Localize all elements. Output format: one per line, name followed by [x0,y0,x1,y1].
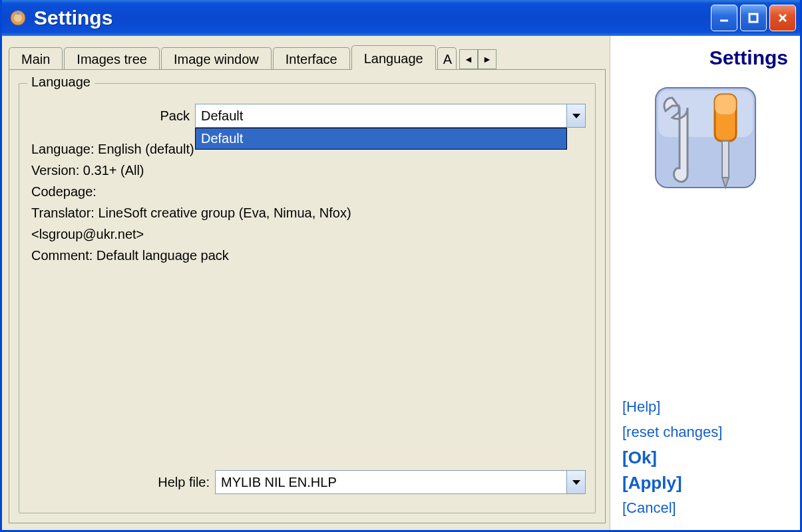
pack-combo: Default Default [195,104,586,128]
pack-combo-box[interactable]: Default [195,104,586,128]
tab-interface[interactable]: Interface [273,47,350,70]
pack-option-default[interactable]: Default [196,128,566,149]
side-panel: Settings [610,36,800,530]
reset-changes-link[interactable]: [reset changes] [622,421,788,444]
settings-tools-icon [649,81,762,198]
triangle-left-icon: ◄ [464,54,473,65]
close-button[interactable] [769,5,796,31]
help-link[interactable]: [Help] [622,396,788,418]
tab-main[interactable]: Main [9,47,63,70]
fieldset-legend: Language [27,74,95,90]
svg-rect-11 [722,141,729,178]
tab-scroll-left[interactable]: ◄ [459,49,478,69]
maximize-button[interactable] [740,5,767,31]
side-title: Settings [622,47,788,69]
svg-point-1 [14,14,22,22]
tabs-row: Main Images tree Image window Interface … [9,43,606,69]
tab-images-tree[interactable]: Images tree [64,47,160,70]
tab-scroll-right[interactable]: ► [478,49,497,69]
side-links: [Help] [reset changes] [Ok] [Apply] [Can… [622,396,788,519]
content-area: Main Images tree Image window Interface … [2,36,800,530]
tab-partial[interactable]: A [437,47,457,70]
info-comment: Comment: Default language pack [31,245,583,266]
side-spacer [622,204,788,396]
pack-row: Pack Default Default [29,104,586,128]
info-codepage: Codepage: [31,181,583,202]
svg-rect-4 [749,14,757,22]
helpfile-combo: MYLIB NIL EN.HLP [215,470,586,494]
tab-scroll-group: ◄ ► [459,49,497,69]
helpfile-combo-button[interactable] [566,471,585,493]
apply-link[interactable]: [Apply] [622,471,788,494]
info-email: <lsgroup@ukr.net> [31,223,583,245]
main-panel: Main Images tree Image window Interface … [2,36,610,530]
app-icon [9,9,27,27]
tab-image-window[interactable]: Image window [161,47,272,70]
helpfile-combo-box[interactable]: MYLIB NIL EN.HLP [215,470,586,494]
pack-combo-dropdown: Default [195,128,567,150]
window-title: Settings [34,7,711,29]
pack-combo-button[interactable] [566,104,585,127]
helpfile-row: Help file: MYLIB NIL EN.HLP [29,470,586,494]
triangle-right-icon: ► [483,54,492,65]
tab-body: Language Pack Default Default [9,69,606,523]
helpfile-combo-value: MYLIB NIL EN.HLP [216,471,566,493]
helpfile-label: Help file: [29,475,215,490]
svg-rect-2 [17,11,19,15]
info-translator: Translator: LineSoft creative group (Eva… [31,202,583,223]
cancel-link[interactable]: [Cancel] [622,497,788,519]
tab-language[interactable]: Language [351,45,436,70]
pack-combo-value: Default [196,104,566,127]
titlebar[interactable]: Settings [2,0,800,36]
language-info: Language: English (default) Version: 0.3… [29,136,586,269]
settings-window: Settings Main Images tree Image window I… [0,0,802,532]
info-version: Version: 0.31+ (All) [31,160,583,181]
ok-link[interactable]: [Ok] [622,446,788,469]
pack-label: Pack [29,108,195,124]
window-controls [711,5,796,31]
svg-rect-10 [715,94,736,114]
minimize-button[interactable] [711,5,737,31]
language-fieldset: Language Pack Default Default [19,83,596,513]
